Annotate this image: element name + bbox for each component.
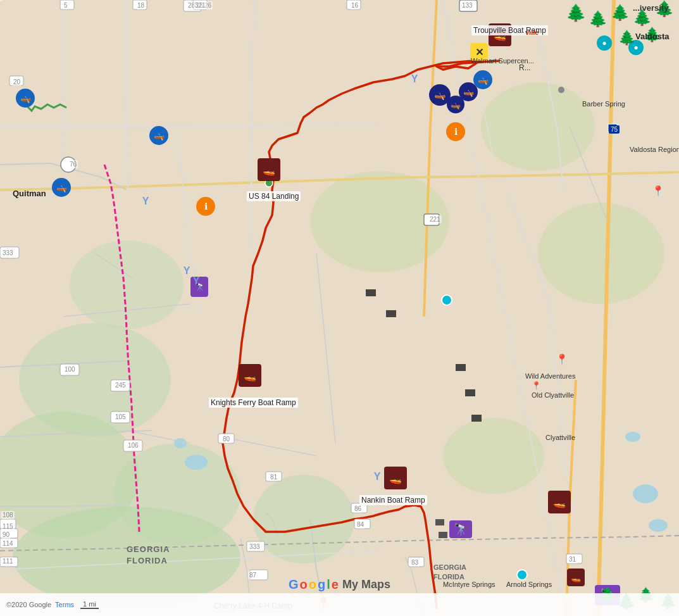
nankin-icon: 🚤 <box>384 467 407 489</box>
kayak-blue-3[interactable]: 🛶 <box>149 126 168 145</box>
tree-icon-1: 🌲 <box>566 3 586 23</box>
walmart-marker[interactable]: ✕ <box>470 43 488 61</box>
binoculars-bottom-icon: 🔭 <box>449 520 472 538</box>
svg-rect-24 <box>347 0 361 9</box>
svg-point-3 <box>253 475 354 563</box>
tree-icon-3: 🌲 <box>611 4 630 22</box>
map-container: 🚤 Troupville Boat Ramp 🚤 US 84 Landing 🚤… <box>0 0 679 616</box>
kayak-blue-1[interactable]: 🛶 <box>52 178 71 197</box>
copyright-text: ©2020 Google <box>6 601 51 608</box>
knights-ferry-icon: 🚤 <box>239 364 261 387</box>
dark-blue-icon-3[interactable]: 🛶 <box>459 82 478 101</box>
svg-rect-39 <box>250 570 268 580</box>
svg-point-49 <box>442 295 452 305</box>
us84-landing-marker[interactable]: 🚤 <box>258 158 280 181</box>
knights-ferry-label: Knights Ferry Boat Ramp <box>209 398 298 408</box>
cyan-dot-bottom <box>516 569 528 581</box>
kayak-blue-2[interactable]: 🛶 <box>16 89 35 108</box>
bottom-boat-ramp-marker[interactable]: 🚤 <box>567 569 585 586</box>
svg-rect-25 <box>0 247 19 258</box>
svg-point-15 <box>625 432 640 442</box>
svg-rect-19 <box>9 76 23 85</box>
google-e: e <box>332 577 339 592</box>
google-my-maps-brand: G o o g l e My Maps <box>289 577 390 592</box>
nankin-boat-ramp-marker[interactable]: 🚤 <box>384 467 407 489</box>
kayak-y-1: Y <box>142 196 149 207</box>
tree-icon-7: 🌲 <box>644 27 661 43</box>
kayak-y-4: Y <box>411 73 418 85</box>
svg-rect-34 <box>266 472 282 481</box>
svg-point-16 <box>61 157 76 172</box>
my-maps-text: My Maps <box>342 578 390 591</box>
svg-rect-21 <box>133 0 147 9</box>
svg-rect-17 <box>424 214 439 225</box>
svg-rect-47 <box>435 519 444 525</box>
tree-icon-6: 🌲 <box>618 30 635 46</box>
google-o2: o <box>309 577 316 592</box>
south-boat-ramp-marker[interactable]: 🚤 <box>548 491 571 513</box>
kayak-y-3: Y <box>193 275 200 287</box>
svg-rect-32 <box>0 557 18 567</box>
svg-rect-30 <box>0 519 16 529</box>
nankin-label: Nankin Boat Ramp <box>359 495 427 505</box>
scale-text: 1 mi <box>80 600 99 609</box>
terms-link[interactable]: Terms <box>55 601 74 608</box>
svg-rect-48 <box>439 532 447 538</box>
svg-rect-31 <box>0 538 18 548</box>
svg-rect-22 <box>60 0 74 9</box>
svg-rect-29 <box>123 440 142 451</box>
university-label: ...iversity <box>633 3 668 13</box>
svg-rect-46 <box>471 415 482 422</box>
svg-point-12 <box>174 438 187 448</box>
bottom-bar: ©2020 Google Terms 1 mi <box>0 593 679 616</box>
svg-point-13 <box>633 484 658 503</box>
orange-icon-2[interactable]: ℹ <box>446 122 465 141</box>
google-g2: g <box>318 577 325 592</box>
wild-adventures-marker[interactable]: 📍 <box>556 353 568 365</box>
svg-rect-33 <box>218 434 234 443</box>
south-boat-icon: 🚤 <box>548 491 571 513</box>
svg-rect-45 <box>465 389 475 396</box>
svg-rect-38 <box>247 541 265 551</box>
google-l: l <box>327 577 330 592</box>
knights-ferry-marker[interactable]: 🚤 <box>239 364 261 387</box>
google-o1: o <box>300 577 308 592</box>
airport-pin[interactable]: 📍 <box>652 185 664 197</box>
kayak-y-5: Y <box>374 471 381 482</box>
troupville-area: ville <box>525 28 539 36</box>
svg-point-6 <box>481 82 595 171</box>
svg-point-7 <box>538 203 664 304</box>
cyan-icon-1[interactable]: ● <box>597 35 612 51</box>
svg-rect-18 <box>459 0 477 11</box>
svg-rect-42 <box>366 289 376 296</box>
svg-rect-28 <box>111 412 130 423</box>
bottom-boat-icon: 🚤 <box>567 569 585 586</box>
barber-spring-dot <box>558 87 564 93</box>
svg-point-11 <box>185 455 208 470</box>
svg-rect-37 <box>408 557 424 567</box>
svg-rect-43 <box>386 310 396 317</box>
kayak-y-2: Y <box>184 265 190 277</box>
us84-label: US 84 Landing <box>247 191 301 201</box>
svg-rect-23 <box>193 0 207 9</box>
svg-rect-26 <box>60 364 79 375</box>
svg-rect-44 <box>456 364 466 371</box>
svg-rect-40 <box>0 529 18 538</box>
tree-icon-2: 🌲 <box>589 10 607 28</box>
svg-rect-41 <box>566 554 582 563</box>
svg-rect-36 <box>354 519 370 529</box>
svg-rect-27 <box>111 380 130 391</box>
orange-icon-1[interactable]: ℹ <box>196 197 215 216</box>
us84-icon: 🚤 <box>258 158 280 181</box>
google-g: G <box>289 577 299 592</box>
svg-point-14 <box>649 519 668 532</box>
